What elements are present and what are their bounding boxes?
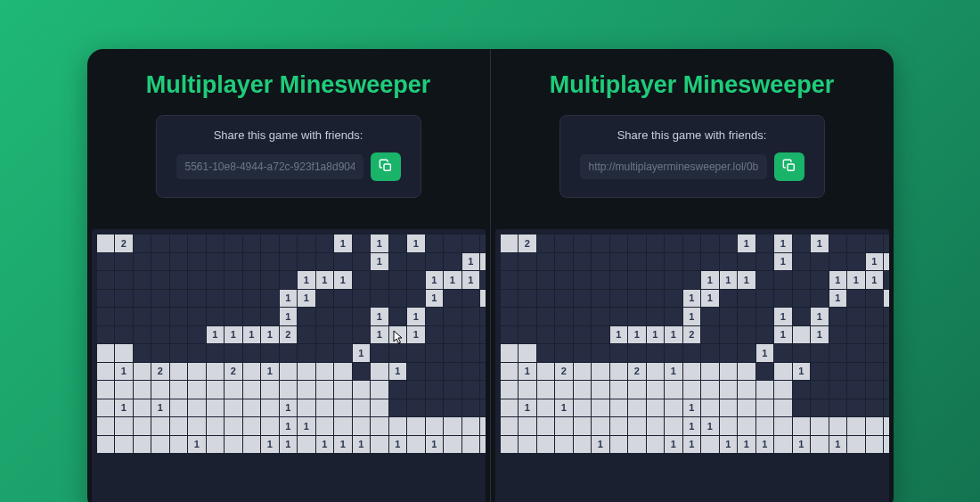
board-cell[interactable] [555, 381, 573, 399]
board-cell[interactable] [407, 271, 425, 289]
board-cell[interactable] [774, 417, 792, 435]
board-cell[interactable] [225, 344, 242, 362]
board-cell[interactable] [738, 399, 755, 417]
board-cell[interactable] [866, 235, 884, 252]
board-cell[interactable] [555, 326, 573, 344]
board-cell[interactable] [151, 381, 169, 399]
board-cell[interactable] [261, 344, 279, 362]
board-cell[interactable] [847, 417, 865, 435]
board-cell[interactable] [866, 344, 884, 362]
board-cell[interactable]: 1 [756, 344, 774, 362]
board-cell[interactable] [537, 235, 555, 252]
board-cell[interactable] [774, 399, 792, 417]
board-cell[interactable] [134, 235, 151, 252]
board-cell[interactable] [720, 308, 738, 325]
board-cell[interactable] [389, 290, 407, 308]
board-cell[interactable] [188, 381, 206, 399]
board-cell[interactable] [647, 344, 665, 362]
board-cell[interactable]: 1 [462, 271, 480, 289]
board-cell[interactable]: 1 [207, 326, 225, 344]
board-cell[interactable] [298, 399, 315, 417]
board-cell[interactable] [829, 417, 847, 435]
copy-button[interactable] [774, 152, 804, 181]
board-cell[interactable] [537, 436, 555, 454]
board-cell[interactable] [480, 235, 486, 252]
board-cell[interactable] [207, 271, 225, 289]
board-cell[interactable] [610, 363, 628, 381]
board-cell[interactable] [829, 381, 847, 399]
board-cell[interactable] [884, 417, 889, 435]
board-cell[interactable] [610, 308, 628, 325]
board-cell[interactable] [537, 399, 555, 417]
board-cell[interactable] [426, 344, 444, 362]
board-cell[interactable] [774, 381, 792, 399]
board-cell[interactable] [115, 381, 133, 399]
board-cell[interactable] [371, 381, 388, 399]
board-cell[interactable] [371, 436, 388, 454]
board-cell[interactable]: 1 [701, 290, 719, 308]
board-cell[interactable]: 1 [334, 271, 352, 289]
board-cell[interactable]: 1 [665, 436, 682, 454]
board-cell[interactable] [243, 235, 261, 252]
board-cell[interactable] [756, 308, 774, 325]
board-cell[interactable] [720, 399, 738, 417]
board-cell[interactable] [537, 253, 555, 271]
board-cell[interactable] [353, 290, 371, 308]
board-cell[interactable] [628, 344, 646, 362]
board-cell[interactable] [243, 363, 261, 381]
board-cell[interactable] [610, 399, 628, 417]
board-cell[interactable] [592, 253, 609, 271]
board-cell[interactable] [389, 326, 407, 344]
board-cell[interactable] [756, 235, 774, 252]
board-cell[interactable]: 1 [188, 436, 206, 454]
board-cell[interactable] [519, 381, 536, 399]
board-cell[interactable] [647, 399, 665, 417]
board-cell[interactable]: 1 [738, 436, 755, 454]
board-cell[interactable] [701, 399, 719, 417]
board-cell[interactable] [683, 363, 701, 381]
board-cell[interactable] [316, 235, 334, 252]
board-cell[interactable]: 1 [426, 436, 444, 454]
board-cell[interactable] [574, 436, 592, 454]
board-cell[interactable]: 1 [738, 235, 755, 252]
board-cell[interactable]: 1 [592, 436, 609, 454]
board-cell[interactable] [683, 344, 701, 362]
board-cell[interactable] [847, 363, 865, 381]
board-cell[interactable] [574, 235, 592, 252]
board-cell[interactable]: 1 [115, 399, 133, 417]
board-cell[interactable]: 1 [225, 326, 242, 344]
board-cell[interactable] [701, 235, 719, 252]
board-cell[interactable] [811, 271, 829, 289]
board-cell[interactable] [97, 381, 115, 399]
board-cell[interactable] [115, 271, 133, 289]
board-cell[interactable] [462, 399, 480, 417]
board-cell[interactable] [207, 308, 225, 325]
board-cell[interactable] [261, 381, 279, 399]
board-cell[interactable] [480, 344, 486, 362]
board-cell[interactable]: 1 [774, 326, 792, 344]
board-cell[interactable] [97, 344, 115, 362]
board-cell[interactable]: 1 [683, 399, 701, 417]
board-cell[interactable] [610, 436, 628, 454]
minesweeper-board[interactable]: 2111111111111111111111112111122111111111… [97, 235, 480, 453]
board-cell[interactable] [444, 326, 461, 344]
board-cell[interactable] [647, 417, 665, 435]
board-cell[interactable] [847, 326, 865, 344]
board-cell[interactable] [389, 417, 407, 435]
board-cell[interactable] [353, 253, 371, 271]
board-cell[interactable]: 1 [480, 253, 486, 271]
board-cell[interactable] [501, 363, 519, 381]
board-cell[interactable] [720, 235, 738, 252]
board-cell[interactable] [188, 344, 206, 362]
board-cell[interactable] [756, 290, 774, 308]
board-cell[interactable]: 1 [261, 363, 279, 381]
board-cell[interactable] [225, 308, 242, 325]
board-cell[interactable]: 2 [280, 326, 298, 344]
board-cell[interactable] [389, 344, 407, 362]
board-cell[interactable] [97, 308, 115, 325]
board-cell[interactable] [647, 290, 665, 308]
board-cell[interactable] [170, 344, 188, 362]
board-cell[interactable] [151, 271, 169, 289]
board-cell[interactable] [444, 399, 461, 417]
board-cell[interactable] [480, 417, 486, 435]
